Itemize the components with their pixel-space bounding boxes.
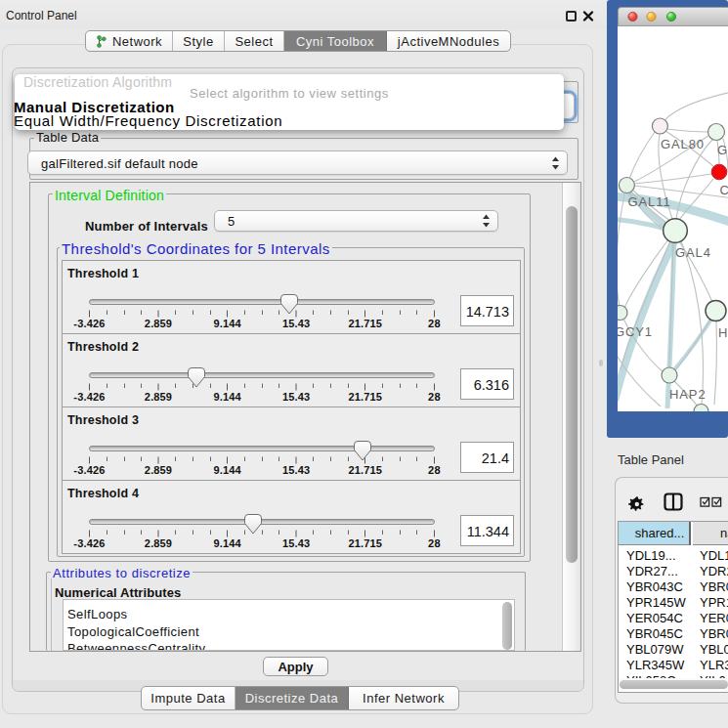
- svg-text:G.: G.: [717, 143, 728, 157]
- svg-text:GAL11: GAL11: [628, 194, 671, 209]
- svg-text:HAP2: HAP2: [669, 387, 707, 402]
- svg-text:C: C: [720, 183, 728, 197]
- svg-text:GAL80: GAL80: [661, 137, 705, 151]
- svg-text:GAL4: GAL4: [675, 245, 711, 260]
- svg-text:GCY1: GCY1: [618, 324, 653, 339]
- svg-text:H: H: [718, 325, 728, 340]
